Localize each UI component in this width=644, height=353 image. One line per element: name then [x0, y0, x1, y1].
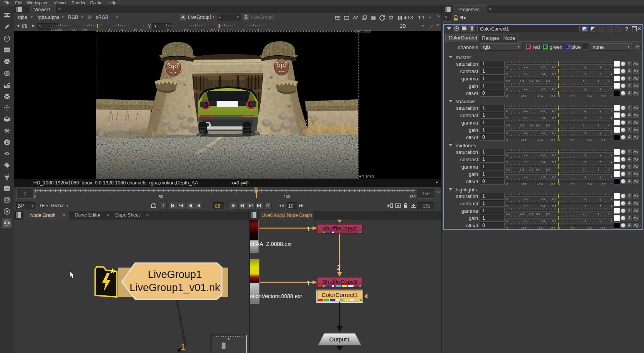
svg-text:0.1: 0.1 [524, 175, 528, 179]
svg-text:4: 4 [268, 28, 270, 31]
svg-text:2: 2 [584, 153, 586, 157]
svg-text:0.4: 0.4 [541, 72, 545, 76]
svg-text:0.015625: 0.015625 [51, 28, 62, 31]
svg-text:-0.4: -0.4 [538, 138, 543, 142]
svg-text:0.4: 0.4 [541, 219, 545, 223]
svg-text:0.1: 0.1 [571, 94, 575, 98]
svg-text:0.4: 0.4 [541, 131, 545, 135]
svg-text:3: 3 [600, 205, 601, 208]
svg-text:2: 2 [584, 87, 586, 90]
svg-text:2: 2 [583, 212, 584, 215]
svg-text:64: 64 [140, 28, 143, 31]
svg-text:0.7: 0.7 [552, 175, 556, 179]
svg-text:-0.1: -0.1 [550, 182, 555, 186]
svg-text:4: 4 [611, 153, 612, 157]
svg-text:0.4: 0.4 [529, 80, 533, 83]
svg-text:4: 4 [608, 80, 610, 83]
svg-text:0.7: 0.7 [601, 138, 605, 142]
svg-text:2: 2 [584, 205, 586, 208]
svg-text:0.7: 0.7 [552, 65, 556, 68]
svg-text:88: 88 [254, 187, 258, 191]
svg-text:0: 0 [558, 182, 560, 186]
svg-text:1: 1 [611, 138, 613, 142]
svg-text:0.1: 0.1 [524, 160, 528, 164]
svg-text:0.5: 0.5 [536, 124, 540, 127]
svg-text:0.4: 0.4 [541, 153, 545, 157]
svg-text:0.4: 0.4 [541, 205, 545, 208]
svg-text:1: 1 [306, 280, 310, 287]
svg-text:0.4: 0.4 [541, 87, 545, 90]
svg-text:4: 4 [611, 175, 612, 179]
svg-text:4: 4 [611, 72, 612, 76]
svg-text:2: 2 [583, 124, 584, 127]
svg-text:0.3: 0.3 [83, 28, 87, 31]
svg-text:0.2: 0.2 [506, 212, 510, 215]
svg-text:0: 0 [506, 109, 507, 113]
svg-text:-1: -1 [506, 227, 509, 230]
svg-text:3: 3 [600, 65, 601, 68]
svg-text:4: 4 [611, 197, 612, 201]
svg-text:0.1: 0.1 [72, 28, 75, 31]
svg-text:-0.4: -0.4 [538, 94, 543, 98]
svg-text:1: 1 [611, 227, 613, 230]
svg-text:2: 2 [584, 65, 586, 68]
svg-text:-0.1: -0.1 [550, 94, 555, 98]
svg-text:0.2: 0.2 [506, 80, 510, 83]
svg-text:I: I [162, 204, 165, 208]
svg-text:ColorCorrect1: ColorCorrect1 [321, 292, 357, 298]
svg-text:ShuffleCopy3: ShuffleCopy3 [322, 278, 357, 285]
svg-text:1: 1 [306, 225, 310, 233]
svg-text:0: 0 [506, 153, 507, 157]
svg-text:4: 4 [611, 205, 612, 208]
svg-text:2: 2 [584, 175, 586, 179]
svg-text:0.1: 0.1 [571, 227, 575, 230]
svg-text:0.7: 0.7 [546, 212, 550, 215]
svg-text:1: 1 [181, 342, 185, 352]
svg-text:-1: -1 [506, 182, 509, 186]
svg-text:4: 4 [611, 109, 612, 113]
svg-text:0.7: 0.7 [552, 109, 556, 113]
svg-text:0: 0 [506, 175, 507, 179]
svg-text:0: 0 [506, 160, 507, 164]
svg-text:3: 3 [598, 124, 599, 127]
svg-text:0.1: 0.1 [524, 205, 528, 208]
svg-text:LiveGroup1_v01.nk: LiveGroup1_v01.nk [130, 282, 220, 293]
svg-text:2: 2 [243, 28, 244, 31]
svg-text:0.2: 0.2 [506, 168, 510, 171]
svg-text:4: 4 [611, 65, 612, 68]
svg-text:0.3: 0.3 [520, 212, 524, 215]
svg-text:0: 0 [506, 197, 507, 201]
svg-text:3: 3 [600, 87, 601, 90]
svg-text:4: 4 [611, 219, 612, 223]
svg-text:0.7: 0.7 [546, 168, 550, 171]
svg-text:0.4: 0.4 [541, 116, 545, 120]
svg-text:0.4: 0.4 [529, 168, 533, 171]
svg-text:-0.7: -0.7 [521, 94, 526, 98]
svg-text:3: 3 [598, 168, 599, 171]
svg-text:2: 2 [584, 219, 586, 223]
svg-text:0.7: 0.7 [601, 182, 605, 186]
svg-text:0.4: 0.4 [588, 182, 591, 186]
svg-text:D: D [6, 140, 9, 145]
svg-text:-0.4: -0.4 [538, 227, 543, 230]
svg-text:3: 3 [600, 175, 601, 179]
svg-text:*: * [110, 266, 115, 280]
svg-text:3: 3 [600, 219, 601, 223]
svg-text:0.7: 0.7 [552, 197, 556, 201]
svg-text:4: 4 [608, 124, 610, 127]
svg-text:0.7: 0.7 [546, 124, 550, 127]
svg-text:0.7: 0.7 [552, 87, 556, 90]
svg-text:O: O [266, 204, 270, 208]
svg-text:0.5: 0.5 [536, 80, 540, 83]
svg-text:1: 1 [611, 182, 613, 186]
svg-text:0.3: 0.3 [520, 124, 524, 127]
svg-text:0.1: 0.1 [524, 65, 528, 68]
svg-text:3: 3 [600, 131, 601, 135]
svg-text:0.7: 0.7 [552, 219, 556, 223]
svg-text:0.4: 0.4 [541, 109, 545, 113]
svg-text:2: 2 [337, 264, 340, 271]
svg-text:-0.1: -0.1 [550, 227, 555, 230]
svg-text:0.4: 0.4 [588, 94, 591, 98]
svg-text:0.1: 0.1 [524, 109, 528, 113]
svg-text:0: 0 [558, 94, 560, 98]
